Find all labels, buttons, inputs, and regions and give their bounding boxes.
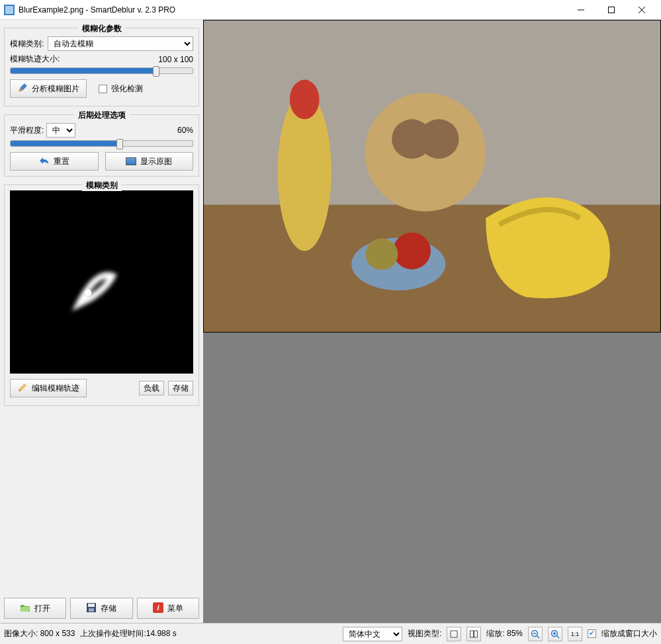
menu-button[interactable]: i 菜单 — [137, 598, 199, 619]
sidebar: 模糊化参数 模糊类别: 自动去模糊 模糊轨迹大小: 100 x 100 — [0, 20, 203, 623]
blur-size-slider[interactable] — [10, 67, 193, 74]
folder-open-icon — [20, 602, 30, 615]
edit-kernel-button[interactable]: 编辑模糊轨迹 — [10, 379, 87, 397]
svg-line-29 — [556, 635, 559, 638]
view-type-label: 视图类型: — [408, 628, 441, 639]
pencil-icon — [17, 382, 28, 395]
info-icon: i — [153, 602, 163, 615]
close-button[interactable] — [627, 0, 657, 20]
zoom-in-button[interactable] — [548, 627, 562, 641]
fit-window-checkbox[interactable] — [588, 629, 596, 638]
svg-rect-1 — [5, 6, 13, 14]
undo-icon — [39, 155, 50, 168]
open-button[interactable]: 打开 — [4, 598, 66, 619]
panel-title: 模糊化参数 — [78, 23, 126, 34]
analyze-button[interactable]: 分析模糊图片 — [10, 79, 87, 98]
last-op-time: 上次操作处理时间:14.988 s — [80, 628, 176, 639]
svg-point-18 — [419, 119, 459, 159]
svg-point-21 — [366, 239, 398, 270]
enhance-checkbox[interactable] — [99, 85, 107, 93]
zoom-actual-button[interactable]: 1:1 — [568, 627, 582, 641]
svg-point-6 — [85, 290, 92, 296]
blur-size-value: 100 x 100 — [158, 55, 193, 64]
app-icon — [4, 5, 15, 15]
panel-title: 模糊类别 — [82, 180, 122, 191]
image-content — [203, 20, 661, 333]
blur-type-label: 模糊类别: — [10, 38, 44, 50]
kernel-preview — [10, 190, 193, 374]
titlebar: BlurExample2.png - SmartDeblur v. 2.3 PR… — [0, 0, 661, 20]
analyze-icon — [17, 83, 28, 95]
svg-line-26 — [537, 635, 539, 638]
save-button[interactable]: 存储 — [70, 598, 132, 619]
zoom-out-button[interactable] — [528, 627, 543, 641]
panel-title: 后期处理选项 — [74, 110, 130, 121]
language-select[interactable]: 简体中文 — [343, 627, 402, 641]
sidebar-bottom-buttons: 打开 存储 i 菜单 — [4, 598, 199, 619]
svg-rect-24 — [474, 631, 478, 637]
blur-size-label: 模糊轨迹大小: — [10, 54, 60, 65]
blur-params-panel: 模糊化参数 模糊类别: 自动去模糊 模糊轨迹大小: 100 x 100 — [4, 28, 199, 106]
svg-point-20 — [393, 233, 431, 270]
svg-rect-8 — [88, 604, 95, 607]
svg-rect-9 — [89, 608, 94, 612]
smooth-value: 60% — [177, 126, 193, 135]
minimize-button[interactable] — [566, 0, 596, 20]
kernel-panel: 模糊类别 编辑模糊轨迹 负载 存储 — [4, 184, 199, 406]
main-area: 模糊化参数 模糊类别: 自动去模糊 模糊轨迹大小: 100 x 100 — [0, 20, 661, 623]
view-type-single[interactable] — [447, 627, 461, 641]
image-icon — [126, 157, 136, 165]
maximize-button[interactable] — [596, 0, 627, 20]
statusbar: 图像大小: 800 x 533 上次操作处理时间:14.988 s 简体中文 视… — [0, 623, 661, 644]
smooth-level-select[interactable]: 中 — [46, 123, 75, 138]
smooth-slider[interactable] — [10, 140, 193, 147]
fit-window-label: 缩放成窗口大小 — [601, 628, 657, 639]
image-size: 图像大小: 800 x 533 — [4, 628, 75, 639]
window-title: BlurExample2.png - SmartDeblur v. 2.3 PR… — [19, 5, 566, 15]
blur-type-select[interactable]: 自动去模糊 — [48, 36, 193, 51]
svg-point-15 — [290, 80, 320, 120]
smooth-label: 平滑程度: — [10, 126, 44, 135]
save-kernel-button[interactable]: 存储 — [168, 381, 193, 395]
load-kernel-button[interactable]: 负载 — [139, 381, 164, 395]
show-original-button[interactable]: 显示原图 — [105, 152, 194, 171]
svg-rect-22 — [451, 631, 457, 637]
enhance-label: 强化检测 — [111, 83, 143, 95]
view-type-split[interactable] — [466, 627, 481, 641]
svg-rect-23 — [470, 631, 474, 637]
reset-button[interactable]: 重置 — [10, 152, 99, 171]
svg-rect-3 — [609, 7, 615, 13]
floppy-icon — [86, 602, 97, 615]
image-viewport[interactable] — [203, 20, 661, 623]
zoom-label: 缩放: 85% — [486, 628, 523, 639]
post-process-panel: 后期处理选项 平滑程度: 中 60% 重置 — [4, 114, 199, 177]
